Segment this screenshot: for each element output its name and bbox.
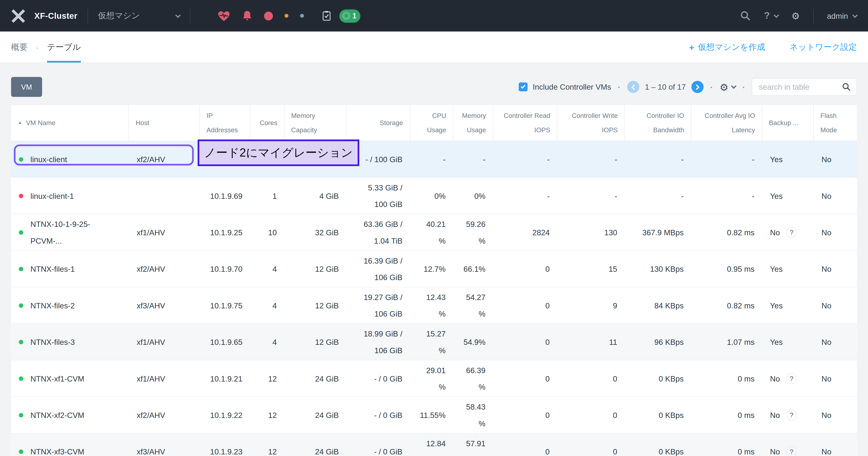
cell-flash: No	[814, 433, 857, 456]
table-row[interactable]: linux-client-110.1.9.6914 GiB5.33 GiB / …	[11, 178, 857, 214]
vm-name[interactable]: NTNX-files-3	[30, 333, 75, 350]
cell-cores: 12	[250, 397, 284, 433]
entity-menu-dropdown[interactable]: 仮想マシン	[98, 10, 180, 21]
cell-value: 54.27 %	[461, 288, 486, 322]
critical-alert-icon[interactable]	[264, 11, 273, 20]
table-row[interactable]: NTNX-files-3xf1/AHV10.1.9.65412 GiB18.99…	[11, 324, 857, 360]
cell-name: NTNX-xf2-CVM	[11, 397, 129, 433]
search-icon[interactable]	[740, 10, 751, 21]
tab-overview[interactable]: 概要	[11, 31, 28, 63]
column-header-io_bw[interactable]: Controller IO Bandwidth	[625, 105, 691, 141]
cell-value: 0.95 ms	[699, 261, 754, 277]
cell-value: 10.1.9.69	[208, 187, 243, 204]
backup-value: No	[770, 443, 780, 456]
help-menu[interactable]: ?	[764, 10, 778, 21]
table-search-input[interactable]	[759, 83, 842, 91]
table-settings-menu[interactable]: ⚙	[720, 81, 736, 93]
help-icon[interactable]: ?	[786, 373, 797, 384]
cell-name: NTNX-xf3-CVM	[11, 433, 129, 456]
cell-write_iops: 0	[557, 433, 625, 456]
search-icon[interactable]	[842, 83, 851, 91]
column-header-ip[interactable]: IP Addresses	[200, 105, 250, 141]
username: admin	[827, 11, 848, 20]
tasks-clipboard-icon[interactable]	[321, 10, 332, 22]
create-vm-link[interactable]: + 仮想マシンを作成	[689, 42, 765, 52]
separator-dot: ·	[618, 82, 621, 92]
column-header-name[interactable]: ▲VM Name	[11, 105, 129, 141]
vm-name[interactable]: NTNX-10-1-9-25-PCVM-...	[30, 216, 121, 249]
create-vm-label: 仮想マシンを作成	[698, 42, 765, 52]
column-header-cores[interactable]: Cores	[250, 105, 284, 141]
cell-value: No	[822, 406, 849, 423]
vm-name[interactable]: linux-client	[30, 151, 67, 168]
cell-io_latency: 0 ms	[691, 360, 763, 396]
cell-value: - / 0 GiB	[354, 370, 402, 387]
cell-value: 58.43 %	[461, 398, 486, 431]
cell-value: No	[822, 297, 849, 313]
tab-table[interactable]: テーブル	[47, 31, 81, 63]
table-row[interactable]: NTNX-files-1xf2/AHV10.1.9.70412 GiB16.39…	[11, 251, 857, 287]
table-row[interactable]: NTNX-files-2xf3/AHV10.1.9.75412 GiB19.27…	[11, 287, 857, 324]
cell-value: No	[822, 443, 849, 456]
column-header-flash[interactable]: Flash Mode	[814, 105, 857, 141]
alerts-bell-icon[interactable]	[242, 10, 252, 22]
cell-write_iops: 0	[557, 397, 625, 433]
warning-dot-icon	[284, 14, 288, 18]
settings-gear-icon[interactable]: ⚙	[791, 10, 800, 21]
cell-flash: No	[814, 141, 857, 177]
cell-value: 4 GiB	[292, 187, 339, 204]
table-row[interactable]: NTNX-xf3-CVMxf3/AHV10.1.9.231224 GiB- / …	[11, 433, 857, 456]
cell-io_latency: 0.82 ms	[691, 287, 763, 323]
vm-filter-button[interactable]: VM	[11, 77, 42, 97]
help-icon[interactable]: ?	[786, 409, 797, 421]
vm-name[interactable]: NTNX-xf1-CVM	[30, 370, 84, 387]
table-row[interactable]: NTNX-xf1-CVMxf1/AHV10.1.9.211224 GiB- / …	[11, 360, 857, 397]
column-header-storage[interactable]: Storage	[346, 105, 410, 141]
help-icon[interactable]: ?	[786, 446, 797, 456]
pagination-prev-button[interactable]	[627, 81, 639, 93]
cell-name: NTNX-files-2	[11, 287, 129, 323]
cell-storage: - / 0 GiB	[346, 397, 410, 433]
include-cvms-checkbox[interactable]	[519, 83, 528, 91]
cell-cpu: 12.84 %	[410, 433, 454, 456]
cell-io_latency: 1.07 ms	[691, 324, 763, 360]
cell-value: -	[699, 151, 754, 168]
separator-dot: ·	[710, 82, 713, 92]
vm-name[interactable]: NTNX-xf3-CVM	[30, 443, 84, 456]
cell-value: 0 KBps	[633, 406, 684, 423]
nutanix-x-logo-icon[interactable]	[11, 8, 26, 23]
cell-backup: Yes	[762, 251, 814, 287]
column-header-io_latency[interactable]: Controller Avg IO Latency	[691, 105, 763, 141]
column-header-backup[interactable]: Backup ...	[762, 105, 814, 141]
table-row[interactable]: NTNX-10-1-9-25-PCVM-...xf1/AHV10.1.9.251…	[11, 214, 857, 251]
cell-value: 11.55%	[418, 406, 446, 423]
info-dot-icon	[300, 14, 304, 18]
cell-value: 24 GiB	[292, 406, 339, 423]
table-row[interactable]: NTNX-xf2-CVMxf2/AHV10.1.9.221224 GiB- / …	[11, 397, 857, 433]
column-header-memory[interactable]: Memory Capacity	[284, 105, 346, 141]
running-tasks-badge[interactable]: 1	[339, 9, 361, 23]
divider	[190, 8, 190, 23]
vm-name[interactable]: NTNX-xf2-CVM	[30, 406, 84, 423]
cell-value: No	[822, 187, 849, 204]
cell-value: 19.27 GiB / 106 GiB	[354, 288, 402, 322]
table-row[interactable]: linux-clientxf2/AHV- / 100 GiB------YesN…	[11, 141, 857, 178]
vm-name[interactable]: linux-client-1	[30, 187, 74, 204]
pagination-next-button[interactable]	[691, 81, 704, 93]
cell-write_iops: 9	[557, 287, 625, 323]
column-header-host[interactable]: Host	[129, 105, 200, 141]
user-menu[interactable]: admin	[827, 11, 857, 20]
cell-value: -	[418, 151, 446, 168]
cell-ip: 10.1.9.21	[200, 360, 250, 396]
vm-status-dot	[19, 303, 23, 307]
health-heart-icon[interactable]	[218, 10, 230, 22]
network-config-link[interactable]: ネットワーク設定	[789, 42, 857, 52]
vm-name[interactable]: NTNX-files-1	[30, 261, 75, 277]
column-header-read_iops[interactable]: Controller Read IOPS	[493, 105, 557, 141]
column-header-write_iops[interactable]: Controller Write IOPS	[557, 105, 625, 141]
help-icon[interactable]: ?	[786, 227, 797, 238]
column-header-cpu[interactable]: CPU Usage	[410, 105, 454, 141]
vm-name[interactable]: NTNX-files-2	[30, 297, 75, 313]
column-header-mem_usage[interactable]: Memory Usage	[454, 105, 493, 141]
cell-host	[129, 178, 200, 214]
